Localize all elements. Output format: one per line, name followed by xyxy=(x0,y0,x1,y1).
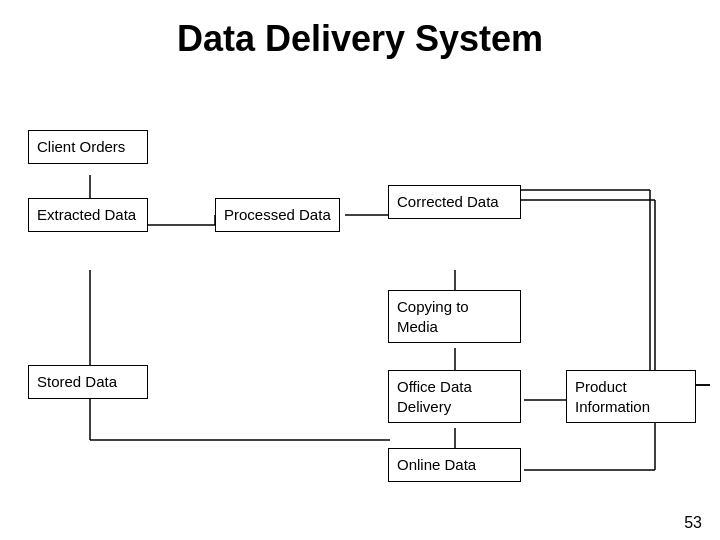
processed-data-box: Processed Data xyxy=(215,198,340,232)
online-data-label: Online Data xyxy=(397,456,476,473)
extracted-data-box: Extracted Data xyxy=(28,198,148,232)
product-information-box: Product Information xyxy=(566,370,696,423)
stored-data-box: Stored Data xyxy=(28,365,148,399)
office-data-delivery-label: Office Data Delivery xyxy=(397,378,472,415)
copying-to-media-box: Copying to Media xyxy=(388,290,521,343)
copying-to-media-label: Copying to Media xyxy=(397,298,469,335)
office-data-delivery-box: Office Data Delivery xyxy=(388,370,521,423)
extracted-data-label: Extracted Data xyxy=(37,206,136,223)
corrected-data-box: Corrected Data xyxy=(388,185,521,219)
page-title: Data Delivery System xyxy=(0,0,720,70)
processed-data-label: Processed Data xyxy=(224,206,331,223)
product-information-label: Product Information xyxy=(575,378,650,415)
stored-data-label: Stored Data xyxy=(37,373,117,390)
client-orders-box: Client Orders xyxy=(28,130,148,164)
client-orders-label: Client Orders xyxy=(37,138,125,155)
page-number: 53 xyxy=(684,514,702,532)
online-data-box: Online Data xyxy=(388,448,521,482)
corrected-data-label: Corrected Data xyxy=(397,193,499,210)
